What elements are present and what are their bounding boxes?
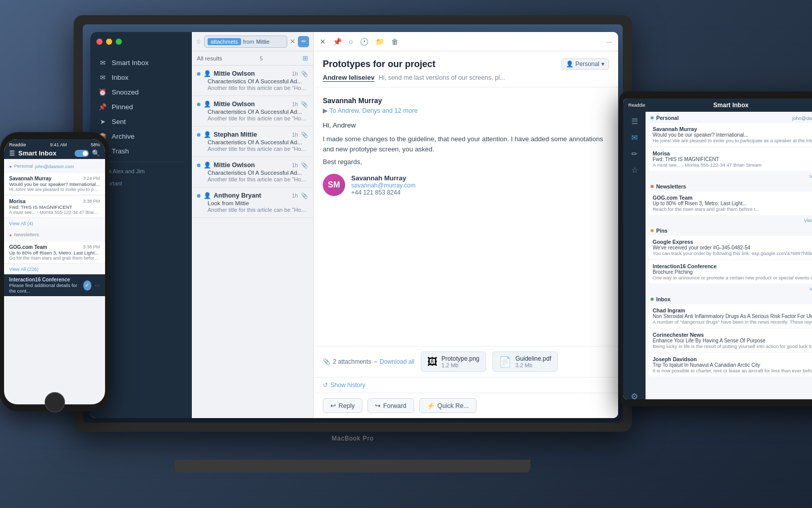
iphone-newsletter-item[interactable]: GOG.com Team 3:38 PM Up to 80% off Risen…	[4, 242, 105, 264]
personal-dot	[651, 116, 654, 119]
ipad-pin-item-1[interactable]: Google Express We've received your order…	[649, 236, 812, 259]
clock-icon[interactable]: 🕐	[360, 38, 368, 46]
forward-label: Forward	[383, 402, 407, 409]
iphone-app-title: Smart Inbox	[18, 149, 72, 157]
sig-email[interactable]: savannah@murray.com	[351, 182, 416, 189]
ipad-inbox-sender-2: Corinechester News	[653, 332, 812, 338]
search-edit-button[interactable]: ✏	[298, 36, 309, 47]
iphone-email-item[interactable]: Savannah Murray 3:24 PM Would you be our…	[4, 173, 105, 195]
paperclip-icon: 📎	[323, 358, 330, 365]
ipad-sender-1: Savannah Murray	[653, 126, 812, 132]
attach-info: 📎 2 attachments – Download all	[323, 358, 415, 365]
iphone-email-item[interactable]: Morisa 3:38 PM Fwd: THIS IS MAGNIFICENT …	[4, 196, 105, 218]
menu-icon[interactable]: ☰	[9, 149, 15, 157]
iphone-subject-1: Would you be our speaker? International.…	[9, 181, 100, 187]
email-time: 1h	[292, 71, 298, 77]
attach-file-1[interactable]: 🖼 Prototype.png 1.2 Mb	[421, 352, 486, 372]
notif-action-btn[interactable]: ✓	[83, 280, 91, 291]
ipad-frame: Readdie Smart Inbox 9:41 AM ☰ ✉ ✏ ☆ ⚙ Pe…	[619, 91, 812, 406]
email-subject: Characteristics Of A Successful Ad...	[197, 170, 308, 176]
iphone-nav: ☰ Smart Inbox 🔍	[9, 149, 100, 157]
iphone-frame: Readdie 9:41 AM 58% ☰ Smart Inbox 🔍 ● Pe…	[0, 132, 109, 411]
ipad-email-item[interactable]: Savannah Murray Would you be our speaker…	[649, 123, 812, 146]
email-subject: Characteristics Of A Successful Ad...	[197, 78, 308, 84]
attach-file-2-name: Guideline.pdf	[516, 355, 552, 362]
sidebar-divider	[97, 162, 185, 162]
ipad-menu-icon[interactable]: ☰	[631, 117, 638, 126]
history-icon: ↺	[323, 382, 328, 389]
email-list-item[interactable]: 👤 Stephan Mittie 1h 📎 Characteristics Of…	[192, 126, 313, 157]
iphone-home-button[interactable]	[45, 392, 65, 412]
sidebar-item-snoozed[interactable]: ⏰ Snoozed	[90, 85, 192, 100]
ipad-inbox-header: Inbox	[646, 293, 812, 304]
attach-file-2[interactable]: 📄 Guideline.pdf 3.2 Mb	[492, 352, 558, 372]
sender-icon: 👤	[204, 162, 211, 169]
ipad-settings-icon[interactable]: ⚙	[631, 392, 638, 399]
circle-icon[interactable]: ○	[349, 38, 353, 46]
forward-button[interactable]: ↪ Forward	[367, 398, 414, 413]
sidebar-item-inbox[interactable]: ✉ Inbox	[90, 70, 192, 85]
dash: –	[374, 358, 377, 365]
more-icon[interactable]: ···	[606, 38, 612, 46]
email-preview: Another title for this article can be "H…	[197, 176, 308, 182]
iphone-view-all-newsletters[interactable]: View All (226)	[4, 265, 105, 273]
ipad-inbox-item-3[interactable]: Joseph Davidson Trip To Iqaluit In Nunav…	[649, 353, 812, 376]
minimize-button[interactable]	[106, 39, 112, 45]
ipad-inbox-preview-1: A number of "dangerous drugs" have been …	[653, 319, 812, 325]
ipad-email-item[interactable]: Morisa Fwd: THIS IS MAGNIFICENT A must s…	[649, 147, 812, 171]
iphone-search-icon[interactable]: 🔍	[92, 149, 100, 157]
ipad-view-all-pins[interactable]: View All (4)	[646, 284, 812, 293]
quick-reply-button[interactable]: ⚡ Quick Re...	[419, 398, 477, 413]
to-recipients[interactable]: To Andrew, Denys and 12 more	[329, 107, 418, 114]
maximize-button[interactable]	[116, 39, 122, 45]
inbox-icon: ✉	[98, 74, 107, 81]
iphone-sender-1: Savannah Murray	[9, 176, 51, 181]
section-header: ● Personal john@dawson.com	[9, 161, 100, 171]
ipad-inbox-preview-3: It is now possible to charter, rent or l…	[653, 368, 812, 373]
ipad-personal-header: Personal john@dawson.com	[646, 112, 812, 122]
sidebar-label-trash: Trash	[112, 147, 129, 155]
email-list-item[interactable]: 👤 Mittie Owlson 1h 📎 Characteristics Of …	[192, 66, 313, 96]
ipad-sender-2: Morisa	[653, 150, 812, 156]
ipad-view-all-newsletters[interactable]: View All (226)	[646, 216, 812, 225]
ipad-inbox-item-1[interactable]: Chad Ingram Non Steroidal Anti Inflammat…	[649, 304, 812, 328]
notif-more-btn[interactable]: ···	[94, 281, 100, 289]
email-list-item[interactable]: 👤 Anthony Bryant 1h 📎 Look from Mittie A…	[192, 187, 313, 218]
download-all-link[interactable]: Download all	[380, 358, 415, 365]
email-list-item[interactable]: 👤 Mittie Owlson 1h 📎 Characteristics Of …	[192, 157, 313, 187]
search-bar-input[interactable]: attachmets from Mittie	[204, 36, 287, 48]
ipad-app-name: Smart Inbox	[714, 102, 749, 109]
sidebar-item-sent[interactable]: ➤ Sent	[90, 114, 192, 129]
sidebar-item-smart-inbox[interactable]: ✉ Smart Inbox	[90, 55, 192, 70]
iphone-content: ● Personal john@dawson.com Savannah Murr…	[4, 159, 105, 297]
iphone-view-all-personal[interactable]: View All (4)	[4, 219, 105, 228]
ipad-view-all-personal[interactable]: View All (4)	[646, 172, 812, 180]
close-icon[interactable]: ✕	[320, 38, 326, 46]
email-preview: Another title for this article can be "H…	[197, 207, 308, 213]
iphone-notification[interactable]: Interaction16 Conference Please find add…	[4, 274, 105, 296]
ipad-newsletter-item[interactable]: GOG.com Team Up to 80% off Risen 3, Metr…	[649, 192, 812, 215]
ipad-star-icon[interactable]: ☆	[631, 166, 638, 175]
ipad-compose-icon[interactable]: ✏	[631, 149, 638, 158]
folder-icon[interactable]: 📁	[376, 38, 384, 46]
pin-icon[interactable]: 📌	[333, 38, 342, 46]
delete-icon[interactable]: 🗑	[391, 38, 398, 46]
email-item-header: 👤 Mittie Owlson 1h 📎	[197, 101, 308, 108]
newsletter-section-header: ● Newsletters	[9, 230, 100, 240]
show-history-btn[interactable]: ↺ Show history	[314, 377, 618, 393]
iphone-toggle[interactable]	[75, 150, 89, 157]
search-clear-button[interactable]: ✕	[290, 38, 295, 45]
email-list-item[interactable]: 👤 Mittie Owlson 1h 📎 Characteristics Of …	[192, 96, 313, 126]
ipad-inbox-icon[interactable]: ✉	[631, 133, 638, 142]
ipad-inbox-item-2[interactable]: Corinechester News Enhance Your Life By …	[649, 329, 812, 352]
detail-toolbar: ✕ 📌 ○ 🕐 📁 🗑 ···	[314, 32, 618, 51]
ipad-pin-item-2[interactable]: Interaction16 Conference Brochure Pitchi…	[649, 260, 812, 283]
sidebar-item-pinned[interactable]: 📌 Pinned	[90, 100, 192, 114]
sidebar-label-archive: Archive	[112, 133, 134, 140]
close-button[interactable]	[96, 39, 103, 45]
expand-icon[interactable]: ⊞	[302, 54, 308, 62]
email-preview: Another title for this article can be "H…	[197, 115, 308, 121]
reply-button[interactable]: ↩ Reply	[323, 398, 362, 413]
ipad-newsletter-subject: Up to 80% off Risen 3, Metro: Last Light…	[653, 201, 812, 206]
personal-badge[interactable]: 👤 Personal ▾	[561, 58, 609, 70]
